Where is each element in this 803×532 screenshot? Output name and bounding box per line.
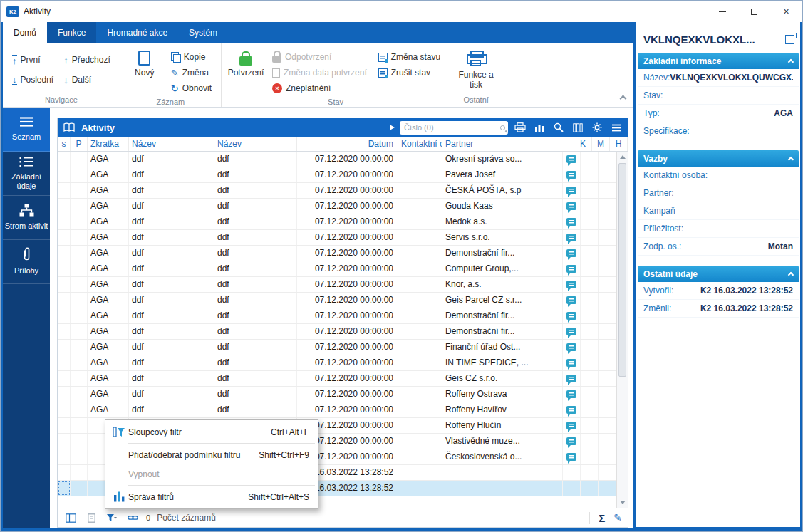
chat-bubble-icon[interactable] [566, 202, 576, 210]
edit-icon[interactable]: ✎ [613, 512, 622, 523]
field-label[interactable]: Partner: [643, 188, 674, 198]
functions-print-button[interactable]: Funkce a tisk [456, 46, 496, 90]
table-row[interactable]: AGAddfddf07.12.2020 00:00:00Servis s.r.o… [58, 230, 616, 246]
ribbon-tab-funkce[interactable]: Funkce [47, 22, 96, 43]
table-row[interactable]: AGAddfddf07.12.2020 00:00:00Computer Gro… [58, 261, 616, 277]
column-header[interactable]: P [71, 137, 88, 151]
refresh-button[interactable]: ↻Obnovit [167, 80, 215, 96]
chat-bubble-icon[interactable] [566, 437, 576, 445]
field-label[interactable]: Kontaktní osoba: [643, 170, 708, 180]
section-header[interactable]: Základní informace [638, 53, 799, 69]
chart-icon[interactable] [532, 120, 546, 135]
chat-bubble-icon[interactable] [566, 343, 576, 351]
section-header[interactable]: Ostatní údaje [638, 266, 799, 282]
table-row[interactable]: AGAddfddf07.12.2020 00:00:00Medok a.s. [58, 214, 616, 230]
chat-bubble-icon[interactable] [566, 218, 576, 226]
ribbon-tab-hromadne-akce[interactable]: Hromadné akce [96, 22, 178, 43]
new-button[interactable]: Nový [126, 46, 163, 78]
column-header[interactable]: K [574, 137, 592, 151]
page-icon[interactable] [84, 511, 98, 525]
collapse-chevron-icon[interactable] [788, 59, 794, 65]
vertical-scrollbar[interactable] [616, 152, 628, 508]
chat-bubble-icon[interactable] [566, 234, 576, 241]
chat-bubble-icon[interactable] [566, 359, 576, 367]
field-label[interactable]: Zodp. os.: [643, 241, 681, 251]
table-row[interactable]: AGAddfddf07.12.2020 00:00:00IN TIME SPED… [58, 355, 616, 371]
invalidate-button[interactable]: ×Zneplatnění [269, 80, 371, 96]
cancel-state-button[interactable]: Zrušit stav [375, 65, 444, 80]
print-icon[interactable] [513, 120, 527, 135]
scroll-up-icon[interactable] [617, 152, 628, 162]
minimize-button[interactable] [706, 1, 738, 22]
sidebar-item-strom-aktivit[interactable]: Strom aktivit [3, 196, 50, 240]
column-header[interactable]: H [610, 137, 628, 151]
table-row[interactable]: AGAddfddf07.12.2020 00:00:00Gouda Kaas [58, 199, 616, 214]
field-label[interactable]: Typ: [643, 108, 660, 118]
table-row[interactable]: AGAddfddf07.12.2020 00:00:00Roffeny Ostr… [58, 387, 616, 402]
column-header[interactable]: Zkratka [88, 137, 129, 151]
filter-icon[interactable] [105, 511, 119, 525]
collapse-chevron-icon[interactable] [788, 272, 794, 278]
field-label[interactable]: Příležitost: [643, 224, 683, 234]
close-button[interactable]: × [770, 1, 802, 22]
section-header[interactable]: Vazby [638, 150, 799, 167]
chat-bubble-icon[interactable] [566, 187, 576, 194]
chat-bubble-icon[interactable] [566, 453, 576, 461]
collapse-ribbon-icon[interactable] [620, 95, 627, 103]
chat-bubble-icon[interactable] [566, 249, 576, 257]
table-row[interactable]: AGAddfddf07.12.2020 00:00:00Okresní sprá… [58, 152, 616, 167]
first-button[interactable]: ↑První [9, 52, 57, 68]
table-row[interactable]: AGAddfddf07.12.2020 00:00:00ČESKÁ POŠTA,… [58, 183, 616, 199]
field-label[interactable]: Změnil: [643, 303, 671, 313]
change-button[interactable]: ✎Změna [167, 65, 215, 80]
columns-icon[interactable] [571, 120, 585, 135]
chat-bubble-icon[interactable] [566, 155, 576, 163]
sidebar-item-prilohy[interactable]: Přílohy [3, 240, 50, 284]
field-label[interactable]: Vytvořil: [643, 286, 673, 296]
table-row[interactable]: AGAddfddf07.12.2020 00:00:00Knor, a.s. [58, 277, 616, 293]
chat-bubble-icon[interactable] [566, 406, 576, 414]
column-header[interactable]: Partner [442, 137, 574, 151]
chat-bubble-icon[interactable] [566, 328, 576, 335]
chat-bubble-icon[interactable] [566, 171, 576, 179]
last-button[interactable]: ↓Poslední [9, 72, 57, 88]
chat-bubble-icon[interactable] [566, 375, 576, 382]
sidebar-item-seznam[interactable]: Seznam [3, 108, 50, 152]
column-header[interactable]: Kontaktní o [398, 137, 442, 151]
context-menu-item-pridat-odebrat-podminku[interactable]: Přidat/odebrat podmínku filtruShift+Ctrl… [105, 445, 318, 464]
column-header[interactable]: s [58, 137, 71, 151]
chat-bubble-icon[interactable] [566, 296, 576, 304]
column-header[interactable]: M [592, 137, 610, 151]
table-row[interactable]: AGAddfddf07.12.2020 00:00:00Demonstrační… [58, 308, 616, 324]
copy-button[interactable]: Kopie [167, 49, 215, 65]
search-input[interactable] [404, 123, 500, 132]
sum-icon[interactable]: Σ [599, 512, 605, 524]
table-row[interactable]: AGAddfddf07.12.2020 00:00:00Geis CZ s.r.… [58, 371, 616, 387]
table-row[interactable]: AGAddfddf07.12.2020 00:00:00Demonstrační… [58, 324, 616, 340]
settings-gear-icon[interactable] [590, 120, 604, 135]
menu-icon[interactable] [609, 120, 623, 135]
field-label[interactable]: Stav: [643, 90, 663, 100]
link-icon[interactable] [125, 511, 140, 525]
chat-bubble-icon[interactable] [566, 390, 576, 398]
field-label[interactable]: Specifikace: [643, 126, 690, 136]
chat-bubble-icon[interactable] [566, 265, 576, 273]
previous-button[interactable]: ↑Předchozí [60, 52, 114, 68]
field-label[interactable]: Název: [643, 73, 670, 83]
collapse-chevron-icon[interactable] [788, 157, 794, 162]
next-button[interactable]: ↓Další [60, 72, 114, 88]
ribbon-tab-domu[interactable]: Domů [3, 22, 47, 43]
confirm-button[interactable]: Potvrzení [227, 46, 264, 78]
field-label[interactable]: Kampaň [643, 206, 675, 216]
maximize-button[interactable] [738, 1, 770, 22]
context-menu-item-sprava-filtru[interactable]: Správa filtrůShift+Ctrl+Alt+S [105, 487, 318, 506]
data-search-icon[interactable] [551, 120, 566, 135]
table-row[interactable]: AGAddfddf07.12.2020 00:00:00Roffeny Haví… [58, 402, 616, 418]
sidebar-item-zakladni-udaje[interactable]: Základní údaje [3, 152, 50, 196]
column-header[interactable]: Název [129, 137, 214, 151]
expand-arrow-icon[interactable] [390, 125, 395, 130]
table-row[interactable]: AGAddfddf07.12.2020 00:00:00Finanční úřa… [58, 340, 616, 355]
context-menu-item-sloupcovy-filtr[interactable]: Sloupcový filtrCtrl+Alt+F [105, 422, 318, 442]
ribbon-tab-system[interactable]: Systém [178, 22, 228, 43]
table-row[interactable]: AGAddfddf07.12.2020 00:00:00Geis Parcel … [58, 293, 616, 308]
